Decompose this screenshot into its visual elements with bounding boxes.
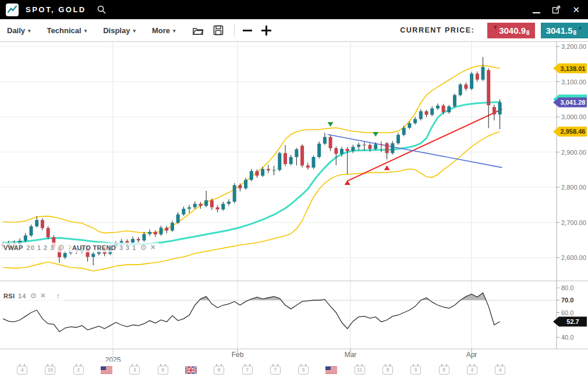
calendar-day-number: 4	[467, 366, 477, 375]
symbol-search-icon[interactable]	[97, 5, 107, 15]
candle	[278, 153, 281, 170]
calendar-event-icon[interactable]: 7	[233, 366, 261, 375]
candle	[419, 111, 423, 119]
rsi-indicator-params: 14	[18, 293, 26, 299]
candle	[425, 111, 428, 115]
calendar-event-icon[interactable]: 2	[65, 366, 93, 375]
popout-button[interactable]	[552, 5, 561, 14]
candle	[385, 143, 389, 153]
gear-icon[interactable]: ⚙	[30, 291, 37, 300]
svg-text:60.0: 60.0	[561, 309, 573, 316]
save-layout-button[interactable]	[213, 25, 224, 35]
candle	[317, 144, 321, 157]
menu-timeframe[interactable]: Daily▾	[7, 26, 31, 35]
candle	[250, 171, 253, 180]
candle	[413, 119, 417, 123]
toolbar: Daily▾ Technical▾ Display▾ More▾ CURRENT…	[0, 19, 588, 42]
calendar-event-icon[interactable]: 3	[121, 366, 148, 375]
calendar-event-icon[interactable]: 10	[36, 366, 64, 375]
zoom-out-button[interactable]	[243, 30, 252, 31]
calendar-day-number: 5	[298, 366, 309, 375]
arrow-down-icon: ▼	[493, 24, 498, 30]
calendar-event-icon[interactable]: 4	[486, 366, 514, 375]
rsi-pane-layer: 80.070.060.040.0	[0, 284, 573, 341]
uk-flag-icon[interactable]	[177, 366, 205, 374]
autotrend-indicator-params: 3 3 1	[119, 244, 136, 251]
buy-signal-marker	[345, 180, 350, 185]
bid-price-subdigit: 8	[526, 30, 530, 36]
bid-price-badge: ▼ 3040.9 8	[487, 23, 534, 38]
open-layout-button[interactable]	[192, 25, 204, 35]
us-flag-icon[interactable]	[93, 366, 121, 374]
calendar-event-icon[interactable]: 4	[458, 366, 486, 375]
calendar-event-icon[interactable]: 4	[8, 366, 36, 375]
menu-technical[interactable]: Technical▾	[47, 26, 87, 35]
svg-text:2025: 2025	[105, 356, 121, 362]
candle	[35, 220, 38, 226]
app-logo-icon	[6, 3, 19, 16]
calendar-day-number: 8	[439, 366, 449, 375]
candle	[193, 204, 197, 207]
calendar-event-icon[interactable]: 9	[148, 366, 176, 375]
move-pane-up-icon[interactable]: ↑	[56, 291, 60, 300]
ask-price-badge: 3041.5 8 ▲	[541, 23, 588, 38]
calendar-event-icon[interactable]: 7	[261, 366, 289, 375]
price-chart-svg[interactable]: 3,200.003,100.003,000.002,900.002,800.00…	[0, 42, 588, 362]
minimize-button[interactable]	[533, 12, 540, 13]
calendar-event-icon[interactable]: 8	[430, 366, 458, 375]
candle	[24, 236, 27, 241]
menu-display[interactable]: Display▾	[103, 26, 136, 35]
svg-text:2,800.00: 2,800.00	[561, 184, 586, 191]
buy-signal-marker	[384, 165, 390, 170]
candle	[165, 228, 168, 231]
candle	[47, 228, 50, 237]
calendar-event-icon[interactable]: 6	[205, 366, 233, 375]
menu-more[interactable]: More▾	[152, 26, 176, 35]
candle	[137, 239, 140, 240]
candle	[363, 145, 366, 145]
candle	[91, 254, 95, 256]
current-price-label: CURRENT PRICE:	[400, 26, 474, 34]
close-icon[interactable]: ✕	[40, 292, 45, 299]
autotrend-indicator-name: AUTO TREND	[72, 244, 116, 251]
candle	[272, 170, 276, 170]
calendar-event-icon[interactable]: 5	[402, 366, 430, 375]
candle	[284, 153, 287, 164]
candle	[238, 185, 242, 188]
svg-text:2,600.00: 2,600.00	[561, 254, 586, 261]
gear-icon[interactable]: ⚙	[140, 243, 147, 252]
sell-signal-marker	[373, 132, 378, 137]
candle	[221, 204, 225, 209]
bollinger-upper-band	[3, 66, 500, 233]
candle	[334, 148, 338, 154]
candle	[143, 234, 146, 240]
svg-text:40.0: 40.0	[561, 334, 573, 341]
chevron-down-icon: ▾	[133, 28, 136, 34]
gear-icon[interactable]: ⚙	[58, 243, 65, 252]
candle	[160, 228, 163, 234]
candle	[199, 204, 203, 206]
candle	[323, 137, 327, 143]
candle	[430, 108, 434, 115]
us-flag-icon[interactable]	[317, 366, 345, 374]
calendar-event-icon[interactable]: 5	[289, 366, 317, 375]
calendar-event-icon[interactable]: 11	[346, 366, 374, 375]
calendar-event-icon[interactable]: 8	[374, 366, 402, 375]
arrow-up-icon: ▲	[578, 24, 583, 30]
candle	[357, 145, 360, 147]
candle	[487, 70, 490, 106]
svg-text:80.0: 80.0	[561, 284, 573, 291]
close-icon[interactable]: ✕	[150, 244, 155, 251]
candle	[408, 123, 411, 128]
candle	[447, 106, 451, 112]
candle	[63, 253, 67, 257]
zoom-in-button[interactable]	[261, 26, 271, 35]
menu-more-label: More	[152, 26, 170, 35]
candle	[346, 149, 349, 151]
calendar-day-number: 9	[158, 366, 168, 375]
candle	[369, 145, 372, 149]
svg-text:70.0: 70.0	[561, 297, 573, 304]
candle	[210, 200, 214, 207]
close-button[interactable]: ✕	[572, 5, 580, 14]
candle	[289, 157, 293, 164]
